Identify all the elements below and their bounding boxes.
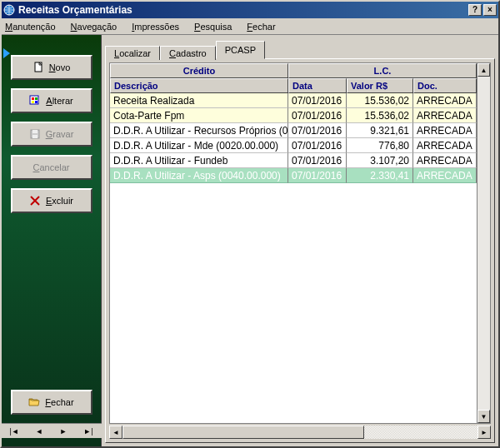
header-group-credito[interactable]: Crédito — [110, 63, 288, 78]
cell-valor[interactable]: 15.536,02 — [347, 93, 413, 108]
cell-data[interactable]: 07/01/2016 — [288, 153, 347, 168]
svg-rect-4 — [35, 97, 38, 100]
svg-rect-3 — [32, 97, 34, 100]
horizontal-scrollbar[interactable]: ◄ ► — [109, 426, 491, 439]
cell-valor[interactable]: 776,80 — [347, 138, 413, 153]
alterar-button[interactable]: Alterar — [11, 88, 92, 113]
cell-doc[interactable]: ARRECADA — [413, 153, 477, 168]
svg-rect-6 — [35, 101, 38, 103]
window-title: Receitas Orçamentárias — [18, 4, 468, 16]
sidebar: Novo Alterar Gravar Cancelar — [2, 35, 102, 446]
tab-cadastro[interactable]: Cadastro — [160, 46, 216, 60]
col-doc[interactable]: Doc. — [413, 78, 477, 93]
svg-rect-9 — [32, 135, 38, 138]
menu-fechar[interactable]: Fechar — [247, 22, 275, 32]
edit-icon — [29, 95, 41, 107]
cell-data[interactable]: 07/01/2016 — [288, 123, 347, 138]
new-doc-icon — [32, 62, 44, 73]
col-valor[interactable]: Valor R$ — [347, 78, 413, 93]
scroll-down-button[interactable]: ▼ — [478, 410, 490, 423]
grid-body[interactable]: Receita Realizada07/01/201615.536,02ARRE… — [110, 93, 477, 423]
vertical-scrollbar[interactable]: ▲ ▼ — [477, 63, 490, 423]
cell-descricao[interactable]: D.D.R. A Utilizar - Mde (0020.00.000) — [110, 138, 288, 153]
body: Novo Alterar Gravar Cancelar — [2, 35, 498, 446]
cell-data[interactable]: 07/01/2016 — [288, 138, 347, 153]
scroll-thumb-h[interactable] — [122, 426, 364, 439]
cell-doc[interactable]: ARRECADA — [413, 168, 477, 183]
cell-valor[interactable]: 9.321,61 — [347, 123, 413, 138]
scroll-left-button[interactable]: ◄ — [109, 426, 122, 439]
cell-data[interactable]: 07/01/2016 — [288, 108, 347, 123]
app-icon — [3, 4, 15, 16]
nav-last-button[interactable]: ►| — [83, 427, 92, 436]
save-icon — [29, 128, 41, 140]
col-descricao[interactable]: Descrição — [110, 78, 288, 93]
cell-data[interactable]: 07/01/2016 — [288, 93, 347, 108]
scroll-track-v[interactable] — [478, 77, 490, 410]
data-grid[interactable]: Crédito L.C. Descrição Data Valor R$ Doc… — [109, 62, 491, 424]
cell-doc[interactable]: ARRECADA — [413, 108, 477, 123]
svg-rect-8 — [32, 130, 38, 133]
table-row[interactable]: Receita Realizada07/01/201615.536,02ARRE… — [110, 93, 477, 108]
cell-descricao[interactable]: Cota-Parte Fpm — [110, 108, 288, 123]
cell-doc[interactable]: ARRECADA — [413, 138, 477, 153]
scroll-track-h[interactable] — [122, 426, 478, 439]
tab-strip: Localizar Cadastro PCASP — [105, 40, 495, 58]
table-row[interactable]: D.D.R. A Utilizar - Fundeb07/01/20163.10… — [110, 153, 477, 168]
menu-bar: Manutenção Navegação Impressões Pesquisa… — [2, 18, 498, 35]
menu-manutencao[interactable]: Manutenção — [5, 22, 56, 32]
cancelar-button: Cancelar — [11, 155, 92, 180]
help-button[interactable]: ? — [468, 4, 482, 16]
nav-prev-button[interactable]: ◄ — [36, 427, 43, 436]
gravar-button: Gravar — [11, 122, 92, 147]
nav-next-button[interactable]: ► — [59, 427, 67, 436]
cell-valor[interactable]: 3.107,20 — [347, 153, 413, 168]
title-bar: Receitas Orçamentárias ? × — [2, 2, 498, 18]
svg-rect-5 — [32, 101, 34, 103]
close-window-button[interactable]: × — [483, 4, 497, 16]
tab-localizar[interactable]: Localizar — [105, 46, 160, 60]
cell-descricao[interactable]: Receita Realizada — [110, 93, 288, 108]
delete-icon — [29, 195, 41, 207]
sidebar-expand-icon[interactable] — [3, 48, 10, 58]
menu-navegacao[interactable]: Navegação — [71, 22, 118, 32]
cell-doc[interactable]: ARRECADA — [413, 93, 477, 108]
main-panel: Localizar Cadastro PCASP Crédito L.C. De… — [102, 35, 498, 446]
table-row[interactable]: D.D.R. A Utilizar - Asps (0040.00.000)07… — [110, 168, 477, 183]
record-navigator: |◄ ◄ ► ►| — [2, 423, 102, 438]
excluir-button[interactable]: Excluir — [11, 188, 92, 213]
cell-valor[interactable]: 2.330,41 — [347, 168, 413, 183]
table-row[interactable]: D.D.R. A Utilizar - Recursos Próprios (0… — [110, 123, 477, 138]
scroll-right-button[interactable]: ► — [478, 426, 491, 439]
tab-panel-pcasp: Crédito L.C. Descrição Data Valor R$ Doc… — [105, 58, 495, 443]
cell-descricao[interactable]: D.D.R. A Utilizar - Recursos Próprios (0… — [110, 123, 288, 138]
table-row[interactable]: Cota-Parte Fpm07/01/201615.536,02ARRECAD… — [110, 108, 477, 123]
table-row[interactable]: D.D.R. A Utilizar - Mde (0020.00.000)07/… — [110, 138, 477, 153]
grid-headers: Crédito L.C. Descrição Data Valor R$ Doc… — [110, 63, 477, 93]
folder-open-icon — [28, 396, 40, 408]
tab-pcasp[interactable]: PCASP — [216, 41, 265, 59]
menu-pesquisa[interactable]: Pesquisa — [194, 22, 232, 32]
cell-valor[interactable]: 15.536,02 — [347, 108, 413, 123]
cell-doc[interactable]: ARRECADA — [413, 123, 477, 138]
cell-descricao[interactable]: D.D.R. A Utilizar - Fundeb — [110, 153, 288, 168]
nav-first-button[interactable]: |◄ — [9, 427, 18, 436]
novo-button[interactable]: Novo — [11, 55, 92, 80]
header-group-lc[interactable]: L.C. — [288, 63, 477, 78]
fechar-button[interactable]: Fechar — [11, 390, 92, 415]
scroll-up-button[interactable]: ▲ — [478, 63, 490, 77]
col-data[interactable]: Data — [288, 78, 347, 93]
app-window: Receitas Orçamentárias ? × Manutenção Na… — [0, 0, 500, 448]
cell-descricao[interactable]: D.D.R. A Utilizar - Asps (0040.00.000) — [110, 168, 288, 183]
menu-impressoes[interactable]: Impressões — [132, 22, 179, 32]
cell-data[interactable]: 07/01/2016 — [288, 168, 347, 183]
